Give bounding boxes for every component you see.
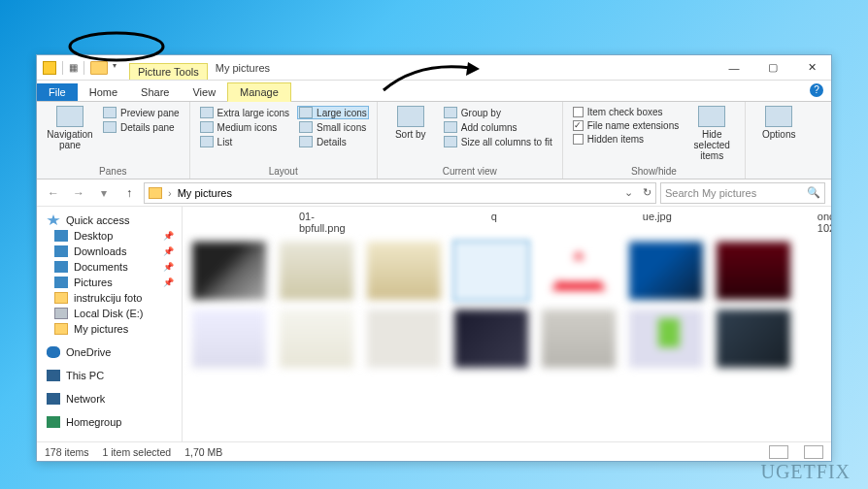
thumbnail[interactable]: [542, 310, 616, 368]
picture-tools-tab-label: Picture Tools: [129, 63, 208, 80]
recent-locations-button[interactable]: ▾: [93, 182, 115, 204]
sidebar-item-documents[interactable]: Documents📌: [37, 259, 182, 275]
sidebar-item-mypictures[interactable]: My pictures: [37, 321, 182, 337]
downloads-icon: [54, 245, 68, 257]
ribbon: Navigation pane Preview pane Details pan…: [37, 102, 831, 179]
qat-save-icon[interactable]: ▦: [69, 62, 78, 73]
checkbox-icon: [573, 134, 584, 145]
layout-medium[interactable]: Medium icons: [198, 120, 291, 134]
thumbnail[interactable]: [717, 310, 790, 368]
help-icon[interactable]: ?: [810, 83, 823, 97]
item-checkboxes-toggle[interactable]: Item check boxes: [571, 106, 682, 118]
maximize-button[interactable]: ▢: [753, 55, 792, 81]
thumbnail[interactable]: [629, 310, 703, 368]
list-icon: [200, 136, 214, 147]
sidebar-homegroup[interactable]: Homegroup: [37, 414, 182, 430]
thumbnail[interactable]: [192, 310, 266, 368]
sidebar-item-pictures[interactable]: Pictures📌: [37, 275, 182, 290]
item-count: 178 items: [45, 446, 89, 458]
search-icon: 🔍: [807, 186, 820, 199]
tab-share[interactable]: Share: [129, 83, 181, 101]
sidebar-network[interactable]: Network: [37, 391, 182, 407]
thumbnail[interactable]: [717, 242, 790, 300]
folder-icon: [54, 292, 68, 304]
hide-selected-icon: [698, 106, 725, 127]
view-thumbnails-button[interactable]: [804, 445, 823, 459]
layout-large[interactable]: Large icons: [297, 106, 369, 119]
thumbnail[interactable]: [454, 310, 528, 368]
navigation-pane: Quick access Desktop📌 Downloads📌 Documen…: [37, 207, 183, 441]
pin-icon: 📌: [163, 246, 174, 256]
sidebar-this-pc[interactable]: This PC: [37, 368, 182, 383]
watermark: UGETFIX: [760, 461, 851, 483]
file-extensions-toggle[interactable]: File name extensions: [571, 119, 682, 132]
add-columns-button[interactable]: Add columns: [442, 120, 554, 134]
tab-manage[interactable]: Manage: [227, 82, 291, 102]
window-title: My pictures: [216, 62, 270, 74]
size-columns-icon: [444, 136, 457, 147]
layout-extra-large[interactable]: Extra large icons: [198, 106, 291, 119]
size-columns-button[interactable]: Size all columns to fit: [442, 135, 554, 148]
xl-icons-icon: [200, 107, 214, 118]
sidebar-item-folder[interactable]: instrukciju foto: [37, 290, 182, 306]
pin-icon: 📌: [163, 231, 174, 241]
navigation-pane-icon: [56, 106, 83, 127]
sidebar-item-downloads[interactable]: Downloads📌: [37, 244, 182, 259]
thumbnail[interactable]: [280, 310, 353, 368]
forward-button[interactable]: →: [68, 182, 89, 204]
group-by-button[interactable]: Group by: [442, 106, 554, 119]
back-button[interactable]: ←: [43, 182, 64, 204]
tab-view[interactable]: View: [181, 83, 227, 101]
file-name-label: onceptions-1024x576.jpg: [818, 211, 831, 234]
sidebar-item-localdisk[interactable]: Local Disk (E:): [37, 306, 182, 321]
chevron-right-icon: ›: [168, 187, 172, 199]
sort-by-button[interactable]: Sort by: [385, 106, 436, 165]
breadcrumb[interactable]: › My pictures ⌄ ↻: [144, 182, 656, 204]
layout-list[interactable]: List: [198, 135, 291, 148]
sidebar-quick-access[interactable]: Quick access: [37, 212, 182, 228]
tab-file[interactable]: File: [37, 83, 78, 101]
minimize-button[interactable]: —: [715, 55, 753, 81]
close-button[interactable]: ✕: [792, 55, 831, 81]
qat-folder-dropdown[interactable]: [90, 61, 108, 75]
status-bar: 178 items 1 item selected 1,70 MB: [37, 441, 831, 461]
thumbnail[interactable]: [629, 242, 703, 300]
details-pane-icon: [103, 121, 117, 133]
options-button[interactable]: Options: [753, 106, 804, 165]
sidebar-onedrive[interactable]: OneDrive: [37, 344, 182, 360]
thumbnail[interactable]: [280, 242, 353, 300]
refresh-icon[interactable]: ↻: [643, 186, 651, 199]
hidden-items-toggle[interactable]: Hidden items: [571, 133, 682, 146]
ribbon-group-show-hide: Item check boxes File name extensions Hi…: [563, 102, 747, 179]
sidebar-item-desktop[interactable]: Desktop📌: [37, 228, 182, 244]
details-pane-button[interactable]: Details pane: [101, 120, 182, 134]
homegroup-icon: [47, 416, 60, 428]
preview-pane-button[interactable]: Preview pane: [101, 106, 182, 119]
options-icon: [765, 106, 792, 127]
sm-icons-icon: [299, 121, 313, 133]
thumbnail-grid[interactable]: [183, 236, 831, 441]
view-details-button[interactable]: [769, 445, 788, 459]
file-name-label: ue.jpg: [643, 211, 672, 234]
hide-selected-button[interactable]: Hide selected items: [686, 106, 737, 165]
layout-small[interactable]: Small icons: [297, 120, 369, 134]
thumbnail[interactable]: [367, 310, 441, 368]
thumbnail[interactable]: [542, 242, 616, 300]
history-dropdown-icon[interactable]: ⌄: [624, 186, 633, 199]
documents-icon: [54, 261, 68, 273]
thumbnail-selected[interactable]: [454, 242, 528, 300]
tab-home[interactable]: Home: [78, 83, 129, 101]
group-icon: [444, 107, 457, 118]
breadcrumb-item[interactable]: My pictures: [178, 187, 232, 199]
search-input[interactable]: Search My pictures 🔍: [660, 182, 825, 204]
thumbnail[interactable]: [367, 242, 441, 300]
preview-pane-icon: [103, 107, 117, 118]
up-button[interactable]: ↑: [118, 182, 140, 204]
layout-details[interactable]: Details: [297, 135, 369, 148]
column-headers: 01-bpfull.png q ue.jpg onceptions-1024x5…: [183, 207, 831, 236]
pin-icon: 📌: [163, 262, 174, 272]
navigation-pane-button[interactable]: Navigation pane: [45, 106, 95, 165]
desktop-icon: [54, 230, 68, 242]
thumbnail[interactable]: [192, 242, 266, 300]
checkbox-checked-icon: [573, 120, 584, 131]
